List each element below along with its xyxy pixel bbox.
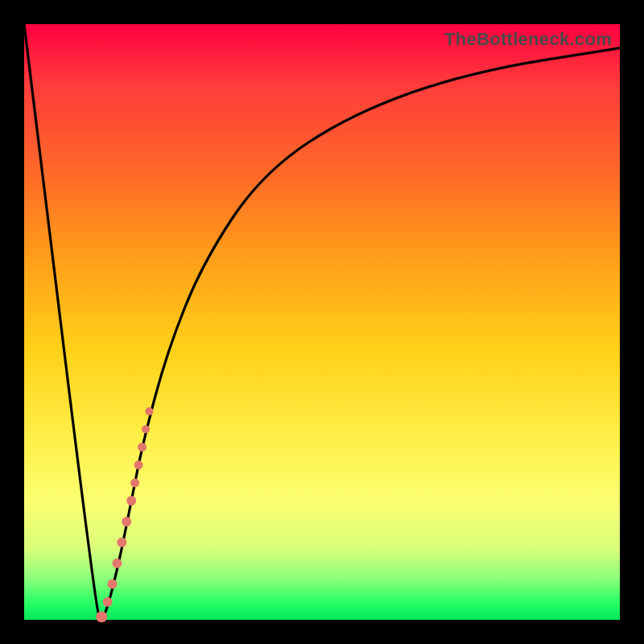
highlight-dot xyxy=(112,559,122,568)
highlight-dot xyxy=(108,580,118,589)
highlight-dot xyxy=(142,425,150,433)
highlight-dot xyxy=(130,478,139,487)
plot-area: TheBottleneck.com xyxy=(24,24,620,620)
highlight-dot xyxy=(96,611,107,622)
highlight-dot xyxy=(145,407,153,415)
chart-svg xyxy=(24,24,620,620)
bottleneck-curve xyxy=(24,24,620,617)
highlight-dot xyxy=(103,597,113,607)
highlight-dot xyxy=(134,460,143,469)
chart-frame: TheBottleneck.com xyxy=(0,0,644,644)
highlight-dot xyxy=(126,496,136,506)
highlight-dot xyxy=(117,538,126,547)
highlight-dot xyxy=(138,443,147,452)
highlight-dot xyxy=(122,517,131,526)
